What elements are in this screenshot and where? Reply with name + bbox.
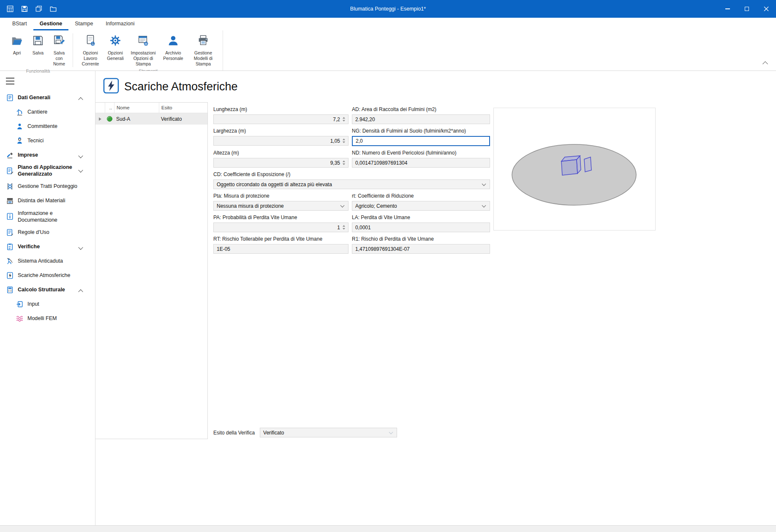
sidebar-item-piano-di-applicazione-generalizzato[interactable]: Piano di Applicazione Generalizzato (0, 162, 95, 179)
ribbon-button-gestione-modelli-di-stampa[interactable]: Gestione Modelli di Stampa (186, 33, 220, 68)
chevron-down-icon (482, 182, 486, 186)
row-expander[interactable] (95, 116, 105, 122)
field-label: R1: Rischio di Perdita di Vite Umane (352, 236, 490, 242)
close-button[interactable] (757, 0, 776, 18)
sidebar-item-dati-generali[interactable]: Dati Generali (0, 90, 95, 105)
sidebar-item-regole-duso[interactable]: Regole d'Uso (0, 225, 95, 239)
sidebar: Dati Generali Cantiere Committente Tecni… (0, 71, 95, 525)
altezza-input[interactable] (213, 158, 349, 168)
gear-icon (109, 34, 122, 49)
sidebar-item-modelli-fem[interactable]: Modelli FEM (0, 311, 95, 326)
sidebar-item-distinta-dei-materiali[interactable]: Distinta dei Materiali (0, 194, 95, 208)
fall-protection-icon (6, 257, 14, 265)
open-folder-icon[interactable] (49, 5, 57, 13)
spinner[interactable] (343, 138, 345, 143)
tab-informazioni[interactable]: Informazioni (99, 18, 141, 30)
verifiche-list-panel: .. Nome Esito Sud-A Verificato (95, 102, 208, 439)
cd-select[interactable]: Oggetto circondato da oggetti di altezza… (213, 179, 490, 189)
sidebar-item-input[interactable]: Input (0, 297, 95, 311)
ribbon-button-opzioni-generali[interactable]: Opzioni Generali (105, 33, 125, 62)
spin-down-icon (343, 120, 345, 122)
ng-input-focused[interactable] (352, 136, 490, 146)
app-grid-icon[interactable] (6, 5, 14, 13)
spinner[interactable] (343, 117, 345, 122)
tab-bstart[interactable]: BStart (6, 18, 33, 30)
esito-verifica-label: Esito della Verifica (213, 430, 255, 436)
tab-stampe[interactable]: Stampe (68, 18, 99, 30)
field-label: AD: Area di Raccolta dei Fulmini (m2) (352, 106, 490, 112)
ribbon-group-label: Funzionalità (4, 68, 72, 76)
sidebar-item-informazione-e-documentazione[interactable]: Informazione e Documentazione (0, 208, 95, 225)
sidebar-item-label: Regole d'Uso (18, 229, 91, 236)
ad-input[interactable] (352, 114, 490, 124)
rules-document-icon (6, 228, 14, 236)
app-window: Blumatica Ponteggi - Esempio1* BStart Ge… (0, 0, 776, 532)
rt-tollerabile-input[interactable] (213, 244, 349, 254)
sidebar-item-calcolo-strutturale[interactable]: Calcolo Strutturale (0, 282, 95, 297)
rt-riduzione-select[interactable]: Agricolo; Cemento (352, 201, 490, 211)
ribbon-collapse-button[interactable] (763, 62, 768, 66)
status-bar (0, 525, 776, 532)
maximize-button[interactable] (737, 0, 757, 18)
ribbon-button-impostazioni-opzioni-di-stampa[interactable]: Impostazioni Opzioni di Stampa (126, 33, 160, 68)
sidebar-item-tecnici[interactable]: Tecnici (0, 133, 95, 148)
scaffold-icon (6, 182, 14, 190)
ribbon-button-label: Salva con Nome (50, 50, 68, 67)
sidebar-item-cantiere[interactable]: Cantiere (0, 105, 95, 119)
result-column-header[interactable]: Esito (159, 103, 207, 113)
la-input[interactable] (352, 223, 490, 232)
r1-input[interactable] (352, 244, 490, 254)
nd-input[interactable] (352, 158, 490, 168)
row-result-cell[interactable]: Verificato (159, 116, 207, 122)
ribbon: Apri Salva Salva con Nome (0, 30, 776, 71)
spin-up-icon (343, 138, 345, 140)
spinner[interactable] (343, 225, 345, 230)
sidebar-item-verifiche[interactable]: Verifiche (0, 239, 95, 254)
ribbon-button-archivio-personale[interactable]: Archivio Personale (161, 33, 185, 62)
construction-site-icon (16, 108, 24, 116)
lunghezza-input[interactable] (213, 114, 349, 124)
pta-select-value: Nessuna misura di protezione (217, 203, 338, 209)
esito-verifica-select[interactable]: Verificato (260, 428, 397, 437)
field-la: LA: Perdita di Vite Umane (352, 214, 490, 232)
ribbon-button-apri[interactable]: Apri (7, 33, 27, 57)
field-r1: R1: Rischio di Perdita di Vite Umane (352, 236, 490, 254)
sidebar-item-label: Informazione e Documentazione (18, 210, 91, 224)
row-name-cell[interactable]: Sud-A (114, 116, 159, 122)
pa-input[interactable] (213, 223, 349, 232)
sidebar-item-committente[interactable]: Committente (0, 119, 95, 133)
info-document-icon (6, 212, 14, 220)
list-row-sud-a[interactable]: Sud-A Verificato (95, 113, 207, 125)
cd-select-value: Oggetto circondato da oggetti di altezza… (217, 182, 479, 187)
person-icon (167, 34, 180, 49)
ribbon-group-funzionalita: Apri Salva Salva con Nome (4, 30, 72, 71)
pta-select[interactable]: Nessuna misura di protezione (213, 201, 349, 211)
sidebar-item-imprese[interactable]: Imprese (0, 148, 95, 162)
ribbon-button-opzioni-lavoro-corrente[interactable]: Opzioni Lavoro Corrente (76, 33, 104, 68)
ribbon-button-salva[interactable]: Salva (28, 33, 48, 57)
chevron-down-icon (340, 203, 345, 207)
tab-gestione[interactable]: Gestione (33, 18, 69, 30)
spinner[interactable] (343, 160, 345, 165)
print-settings-icon (137, 34, 150, 49)
hamburger-menu-icon[interactable] (6, 78, 14, 84)
save-icon[interactable] (20, 5, 29, 13)
save-icon (32, 34, 44, 49)
larghezza-input[interactable] (213, 136, 349, 146)
field-label: Larghezza (m) (213, 128, 349, 134)
minimize-button[interactable] (718, 0, 737, 18)
status-green-dot-icon (107, 116, 112, 122)
ribbon-button-label: Opzioni Lavoro Corrente (78, 50, 103, 67)
input-icon (16, 300, 24, 308)
sidebar-item-gestione-tratti-ponteggio[interactable]: Gestione Tratti Ponteggio (0, 179, 95, 194)
ribbon-button-label: Opzioni Generali (106, 50, 124, 61)
sidebar-item-scariche-atmosferiche[interactable]: Scariche Atmosferiche (0, 268, 95, 282)
field-nd: ND: Numero di Eventi Pericolosi (fulmini… (352, 150, 490, 168)
save-as-icon[interactable] (35, 5, 43, 13)
sidebar-item-sistema-anticaduta[interactable]: Sistema Anticaduta (0, 254, 95, 268)
name-column-header[interactable]: Nome (114, 103, 159, 113)
list-header: .. Nome Esito (95, 103, 207, 113)
model-3d-canvas[interactable] (494, 108, 655, 230)
ribbon-button-salva-con-nome[interactable]: Salva con Nome (49, 33, 69, 68)
sidebar-item-label: Tecnici (27, 137, 91, 144)
